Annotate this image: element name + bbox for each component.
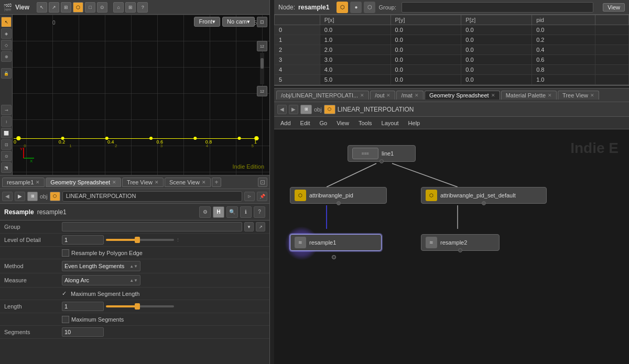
menu-add[interactable]: Add [276, 119, 295, 127]
group-dropdown-btn[interactable]: ▼ [244, 222, 254, 231]
rtab-linear-close[interactable]: ✕ [360, 93, 364, 98]
tool3-btn[interactable]: ◇ [1, 40, 12, 50]
tab-resample1-close[interactable]: ✕ [36, 180, 40, 185]
tab-tree-view-close[interactable]: ✕ [155, 180, 159, 185]
net-fwd-btn[interactable]: ▶ [289, 105, 298, 114]
question-icon[interactable]: ? [254, 206, 265, 218]
pin-button[interactable]: 📌 [257, 192, 267, 201]
node-attribwrangle-pid[interactable]: ⬡ attribwrangle_pid [290, 187, 387, 204]
scroll-up-icon[interactable]: 12 [257, 41, 267, 51]
home-icon[interactable]: ⌂ [113, 2, 124, 13]
obj-icon: ⊞ [27, 192, 38, 201]
net-back-btn[interactable]: ◀ [277, 105, 287, 114]
rtab-tree-close[interactable]: ✕ [590, 93, 594, 98]
rtab-material[interactable]: Material Palette ✕ [501, 91, 557, 100]
tool9-btn[interactable]: ⊡ [1, 139, 12, 150]
lod-input[interactable] [62, 235, 104, 245]
help-icon[interactable]: H [213, 206, 224, 218]
menu-tools[interactable]: Tools [354, 119, 376, 127]
node-resample2[interactable]: ≋ resample2 [421, 234, 500, 251]
line1-flag [379, 159, 384, 163]
nav-forward-button[interactable]: ▶ [15, 192, 25, 201]
tool8-btn[interactable]: ⬜ [1, 128, 12, 138]
info-icon[interactable]: ℹ [240, 206, 252, 218]
length-slider[interactable] [106, 305, 174, 307]
node-resample1-container[interactable]: ≋ resample1 [290, 229, 387, 260]
tool10-btn[interactable]: ⊙ [1, 151, 12, 161]
nav-back-button[interactable]: ◀ [2, 192, 13, 201]
cam-dropdown[interactable]: No cam▾ [222, 17, 255, 27]
gear-icon[interactable]: ⚙ [199, 206, 211, 218]
col-py: P[y] [391, 15, 461, 25]
cell-pid: 0.6 [532, 55, 595, 65]
geo-icon2[interactable]: ● [350, 2, 362, 13]
segments-input[interactable] [62, 327, 104, 337]
tab-scene-view[interactable]: Scene View ✕ [165, 178, 211, 187]
layout-btn[interactable]: ⊡ [258, 178, 267, 187]
geo-group-input[interactable] [402, 2, 593, 13]
rtab-out-close[interactable]: ✕ [386, 93, 391, 98]
tool6-btn[interactable]: ⊸ [1, 105, 12, 115]
group-extra-btn[interactable]: ↗ [256, 222, 265, 231]
help-icon[interactable]: ? [137, 2, 148, 13]
menu-edit[interactable]: Edit [296, 119, 314, 127]
network-canvas[interactable]: Indie E ≡≡≡ line1 [274, 129, 629, 364]
measure-value: Along Arc ▲▼ [62, 275, 265, 285]
camera-tool[interactable]: □ [85, 2, 95, 13]
lod-label: Level of Detail [4, 237, 62, 243]
method-select[interactable]: Even Length Segments ▲▼ [62, 261, 140, 271]
tool2-btn[interactable]: ◈ [1, 28, 12, 39]
tab-resample1[interactable]: resample1 ✕ [2, 178, 45, 187]
tool11-btn[interactable]: ⬔ [1, 162, 12, 173]
resample-poly-checkbox[interactable] [62, 249, 69, 257]
transform-tool[interactable]: ↗ [49, 2, 59, 13]
rtab-out[interactable]: /out ✕ [370, 91, 395, 100]
rtab-mat[interactable]: /mat ✕ [396, 91, 423, 100]
rtab-mat-close[interactable]: ✕ [415, 93, 419, 98]
tab-geometry-spreadsheet-close[interactable]: ✕ [112, 180, 116, 185]
rtab-linear[interactable]: /obj/LINEAR_INTERPOLATI... ✕ [276, 91, 369, 100]
rtab-geo-spreadsheet-label: Geometry Spreadsheet [429, 92, 489, 98]
orbit-tool[interactable]: ⊙ [97, 2, 107, 13]
geo-view-button[interactable]: View [603, 3, 625, 12]
rtab-geo-spreadsheet[interactable]: Geometry Spreadsheet ✕ [425, 91, 500, 100]
rtab-material-close[interactable]: ✕ [548, 93, 552, 98]
move-btn[interactable]: ↖ [1, 17, 12, 27]
tab-tree-view[interactable]: Tree View ✕ [122, 178, 164, 187]
group-input[interactable] [62, 222, 242, 231]
tab-scene-view-close[interactable]: ✕ [202, 180, 206, 185]
geo-icon3[interactable]: ⬡ [364, 2, 375, 13]
rtab-geo-spreadsheet-close[interactable]: ✕ [491, 93, 495, 98]
resample1-box[interactable]: ≋ resample1 [290, 234, 382, 251]
node-line1[interactable]: ≡≡≡ line1 [348, 145, 416, 162]
menu-help[interactable]: Help [404, 119, 425, 127]
path-selector[interactable]: LINEAR_INTERPOLATION [62, 191, 242, 202]
tool5-btn[interactable]: 🔒 [1, 68, 12, 79]
add-tab-button[interactable]: + [212, 178, 221, 187]
menu-layout[interactable]: Layout [377, 119, 403, 127]
length-input[interactable] [62, 302, 104, 311]
search-icon[interactable]: 🔍 [226, 206, 238, 218]
flag-button[interactable]: ⊳ [244, 192, 255, 201]
menu-go[interactable]: Go [316, 119, 332, 127]
tab-geometry-spreadsheet[interactable]: Geometry Spreadsheet ✕ [46, 178, 121, 187]
node-attribwrangle-pid-set[interactable]: ⬡ attribwrangle_pid_set_default [421, 187, 547, 204]
viewport-canvas[interactable]: ↖ ◈ ◇ ⊕ 🔒 ⊸ ↕ ⬜ ⊡ ⊙ ⬔ Front▾ No cam▾ [0, 15, 269, 175]
geo-icon1[interactable]: ⬡ [337, 2, 348, 13]
grid-icon[interactable]: ⊞ [125, 2, 136, 13]
tool7-btn[interactable]: ↕ [1, 116, 12, 127]
active-tool[interactable]: ⬡ [73, 2, 83, 13]
scroll-down-icon[interactable]: 12 [257, 86, 267, 96]
network-menu-bar: Add Edit Go View Tools Layout Help [274, 117, 629, 129]
front-dropdown[interactable]: Front▾ [194, 17, 220, 27]
lod-slider[interactable] [106, 239, 174, 241]
max-segs-checkbox[interactable] [62, 316, 69, 323]
rtab-tree[interactable]: Tree View ✕ [558, 91, 599, 100]
select-tool[interactable]: ↖ [37, 2, 47, 13]
menu-view[interactable]: View [332, 119, 353, 127]
measure-select[interactable]: Along Arc ▲▼ [62, 275, 140, 285]
tool4-btn[interactable]: ⊕ [1, 51, 12, 62]
panel-separator[interactable] [270, 0, 274, 364]
scale-tool[interactable]: ⊞ [61, 2, 71, 13]
maximize-icon[interactable]: ⊡ [257, 17, 267, 27]
